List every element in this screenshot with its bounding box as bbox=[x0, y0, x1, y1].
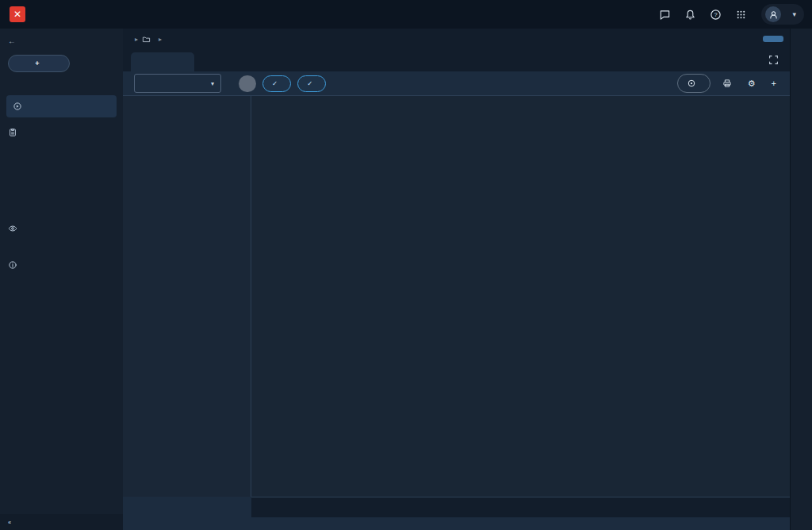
sidebar-item-plan[interactable] bbox=[0, 122, 123, 143]
breadcrumb-chevron-icon: ▸ bbox=[159, 36, 162, 43]
chip-scenario[interactable] bbox=[239, 75, 256, 92]
create-timeline-item-button[interactable]: + bbox=[772, 79, 780, 88]
plus-icon: + bbox=[772, 79, 776, 88]
chevron-down-icon: ▾ bbox=[792, 10, 796, 18]
sidebar-item-direct[interactable] bbox=[6, 95, 117, 117]
tabbar bbox=[123, 49, 790, 71]
collapse-chevron-icon: « bbox=[8, 519, 12, 526]
direct-icon bbox=[13, 102, 22, 111]
avatar bbox=[765, 6, 781, 22]
app-logo[interactable]: ✕ bbox=[10, 6, 31, 22]
chevron-down-icon: ▾ bbox=[211, 80, 214, 87]
plan-icon bbox=[8, 128, 17, 137]
info-icon bbox=[8, 260, 17, 270]
topbar-actions: ? ▾ bbox=[653, 3, 804, 25]
edit-button[interactable] bbox=[763, 36, 783, 42]
breadcrumb: ▸ ▸ bbox=[123, 29, 790, 49]
topbar: ✕ ? ▾ bbox=[0, 0, 812, 29]
user-menu[interactable]: ▾ bbox=[761, 4, 804, 25]
set-at-current-time-button[interactable] bbox=[677, 74, 710, 93]
grouping-select[interactable]: ▾ bbox=[134, 74, 221, 93]
toolbar-actions: ⚙ + bbox=[677, 74, 780, 93]
chip-inject[interactable]: ✓ bbox=[297, 75, 326, 92]
chip-phase[interactable]: ✓ bbox=[262, 75, 291, 92]
timeline-row-labels bbox=[123, 96, 251, 497]
sidebar-collapse-button[interactable]: « bbox=[0, 514, 123, 530]
right-rail bbox=[790, 29, 812, 530]
target-icon bbox=[687, 79, 696, 88]
time-axis-ticks bbox=[251, 497, 790, 508]
printer-icon bbox=[722, 79, 732, 88]
exercise-mode-label bbox=[0, 86, 123, 94]
exercise-title bbox=[0, 80, 123, 86]
check-icon: ✓ bbox=[307, 79, 312, 87]
exonaut-logo-icon: ✕ bbox=[10, 6, 25, 22]
apps-grid-icon[interactable] bbox=[730, 3, 752, 25]
timeline-view bbox=[123, 95, 790, 530]
timeline-panel: ▾ ✓ ✓ bbox=[123, 71, 790, 530]
folder-icon bbox=[142, 35, 151, 44]
sidebar-item-evaluate[interactable] bbox=[0, 218, 123, 239]
settings-button[interactable]: ⚙ bbox=[748, 79, 760, 88]
tab-timeline[interactable] bbox=[131, 52, 194, 71]
create-button[interactable]: + bbox=[8, 55, 70, 72]
gear-icon: ⚙ bbox=[748, 79, 756, 88]
time-axis bbox=[251, 497, 790, 517]
check-icon: ✓ bbox=[272, 79, 278, 87]
filter-chips: ✓ ✓ bbox=[239, 75, 326, 92]
sidebar-item-objective-mse-allocation[interactable] bbox=[0, 203, 123, 218]
timeline-toolbar: ▾ ✓ ✓ bbox=[123, 71, 790, 95]
time-axis-days bbox=[251, 508, 790, 517]
print-button[interactable] bbox=[722, 79, 736, 88]
back-arrow-icon: ← bbox=[8, 37, 16, 45]
help-icon[interactable]: ? bbox=[704, 3, 726, 25]
back-to-operational-mode-link[interactable]: ← bbox=[0, 29, 123, 48]
sidebar-item-map[interactable] bbox=[0, 158, 123, 173]
sidebar-item-resources[interactable] bbox=[0, 188, 123, 203]
evaluate-eye-icon bbox=[8, 224, 17, 233]
sidebar: ← + bbox=[0, 29, 123, 530]
sidebar-item-timeline[interactable] bbox=[0, 143, 123, 158]
sidebar-item-information-sets[interactable] bbox=[0, 255, 123, 275]
plus-icon: + bbox=[35, 60, 39, 67]
breadcrumb-chevron-icon: ▸ bbox=[135, 36, 138, 43]
fullscreen-icon[interactable] bbox=[768, 55, 779, 65]
notifications-bell-icon[interactable] bbox=[679, 3, 701, 25]
chat-icon[interactable] bbox=[653, 3, 676, 25]
timeline-grid[interactable] bbox=[251, 96, 790, 497]
sidebar-item-mse[interactable] bbox=[0, 173, 123, 188]
svg-text:?: ? bbox=[714, 11, 717, 18]
main-content: ▸ ▸ ▾ bbox=[123, 29, 790, 530]
supporting-modules-label bbox=[0, 239, 123, 255]
